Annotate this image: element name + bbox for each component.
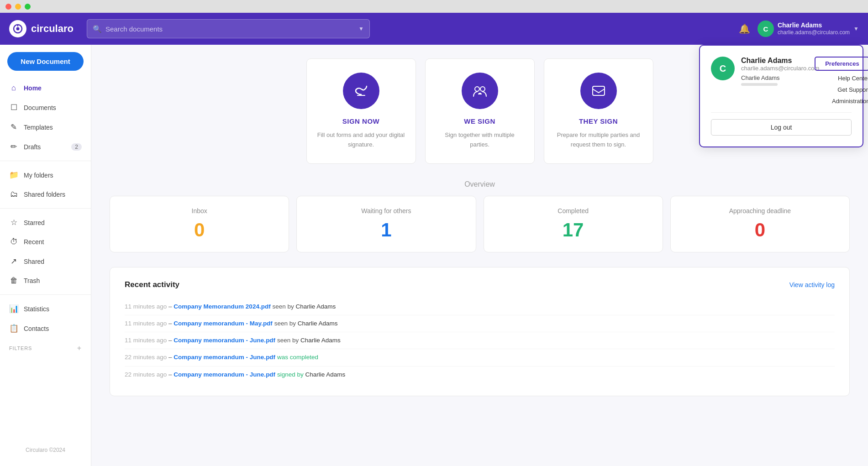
activity-item: 22 minutes ago – Company memorandum - Ju… [125,367,835,383]
svg-point-4 [475,87,479,91]
preferences-button[interactable]: Preferences [815,57,868,71]
filters-label: FILTERS [9,346,32,351]
action-card-sign-now[interactable]: SIGN NOW Fill out forms and add your dig… [306,58,416,164]
sidebar-footer: Circularo ©2024 [0,441,91,459]
sidebar-item-label: Templates [24,124,53,131]
activity-filename[interactable]: Company memorandum - June.pdf [174,371,275,378]
help-center-link[interactable]: Help Center [838,73,868,83]
overview-card-completed[interactable]: Completed 17 [484,196,663,252]
sidebar-item-documents[interactable]: ☐ Documents [0,98,91,117]
search-bar[interactable]: 🔍 ▼ [87,19,370,38]
activity-time: 11 minutes ago [125,337,167,344]
notification-bell-icon[interactable]: 🔔 [739,23,750,34]
deadline-label: Approaching deadline [680,207,840,215]
dropdown-actions: Preferences Help Center Get Support Admi… [819,57,868,106]
filters-add-icon[interactable]: + [77,344,82,352]
drafts-badge: 2 [71,143,82,151]
user-info: Charlie Adams charlie.adams@circularo.co… [778,21,850,37]
sidebar-item-drafts[interactable]: ✏ Drafts 2 [0,137,91,156]
chevron-down-icon: ▼ [853,26,859,32]
activity-filename[interactable]: Company memorandum - May.pdf [174,320,273,327]
topnav: circularo 🔍 ▼ 🔔 C Charlie Adams charlie.… [0,13,868,45]
dropdown-links: Help Center Get Support Administration [832,73,868,106]
nav-right: 🔔 C Charlie Adams charlie.adams@circular… [739,21,859,37]
filters-section: FILTERS + [0,339,91,354]
trash-icon: 🗑 [9,276,18,285]
deadline-value: 0 [680,219,840,241]
administration-link[interactable]: Administration [832,96,868,106]
activity-time: 11 minutes ago [125,320,167,327]
sidebar-item-label: Starred [24,219,45,226]
we-sign-title: WE SIGN [435,117,525,125]
action-card-they-sign[interactable]: THEY SIGN Prepare for multiple parties a… [544,58,653,164]
new-document-button[interactable]: New Document [7,52,84,71]
sidebar-item-trash[interactable]: 🗑 Trash [0,272,91,290]
sidebar: New Document ⌂ Home ☐ Documents ✎ Templa… [0,45,91,466]
activity-time: 11 minutes ago [125,303,167,310]
minimize-button[interactable] [15,4,21,10]
sidebar-item-label: Contacts [24,325,49,332]
dropdown-user-info: Charlie Adams charlie.adams@circularo.co… [741,57,819,86]
folders-icon: 📁 [9,170,18,180]
sidebar-item-label: Documents [24,104,56,111]
logout-button[interactable]: Log out [711,119,852,136]
contacts-icon: 📋 [9,324,18,333]
overview-card-inbox[interactable]: Inbox 0 [110,196,289,252]
titlebar [0,0,868,13]
user-avatar: C [758,21,774,37]
activity-filename[interactable]: Company Memorandum 2024.pdf [174,303,270,310]
overview-title: Overview [110,180,850,188]
maximize-button[interactable] [25,4,31,10]
sidebar-item-shared[interactable]: ↗ Shared [0,252,91,271]
starred-icon: ☆ [9,218,18,227]
drafts-icon: ✏ [9,142,18,152]
sidebar-item-label: Shared folders [24,191,65,198]
activity-list: 11 minutes ago – Company Memorandum 2024… [125,298,835,383]
get-support-link[interactable]: Get Support [837,85,868,94]
sidebar-item-label: Home [24,84,42,92]
view-activity-log-link[interactable]: View activity log [789,281,835,288]
overview-card-deadline[interactable]: Approaching deadline 0 [670,196,850,252]
svg-point-1 [16,27,20,31]
user-menu-trigger[interactable]: C Charlie Adams charlie.adams@circularo.… [758,21,859,37]
they-sign-desc: Prepare for multiple parties and request… [553,131,644,150]
completed-label: Completed [493,207,653,215]
action-card-we-sign[interactable]: WE SIGN Sign together with multiple part… [425,58,535,164]
logo-icon [9,20,26,37]
sidebar-item-templates[interactable]: ✎ Templates [0,118,91,136]
sidebar-item-starred[interactable]: ☆ Starred [0,213,91,232]
sidebar-item-contacts[interactable]: 📋 Contacts [0,319,91,338]
completed-value: 17 [493,219,653,241]
search-input[interactable] [105,25,355,33]
sidebar-item-label: Drafts [24,143,41,151]
activity-item: 11 minutes ago – Company memorandum - Ju… [125,332,835,349]
svg-point-5 [480,87,485,91]
svg-rect-6 [593,86,605,95]
waiting-label: Waiting for others [306,207,466,215]
sidebar-item-statistics[interactable]: 📊 Statistics [0,299,91,318]
activity-filename[interactable]: Company memorandum - June.pdf [174,337,275,344]
sidebar-item-home[interactable]: ⌂ Home [0,79,91,97]
we-sign-icon [462,73,498,109]
waiting-value: 1 [306,219,466,241]
sidebar-item-my-folders[interactable]: 📁 My folders [0,166,91,184]
they-sign-icon [580,73,617,109]
logo[interactable]: circularo [9,20,78,37]
shared-folders-icon: 🗂 [9,190,18,199]
activity-item: 22 minutes ago – Company memorandum - Ju… [125,349,835,366]
activity-time: 22 minutes ago [125,371,167,378]
shared-icon: ↗ [9,257,18,266]
home-icon: ⌂ [9,84,18,93]
dropdown-user-name: Charlie Adams [741,57,819,65]
sidebar-item-shared-folders[interactable]: 🗂 Shared folders [0,185,91,204]
activity-filename[interactable]: Company memorandum - June.pdf [174,354,275,361]
dropdown-divider [711,112,852,113]
recent-activity: Recent activity View activity log 11 min… [110,267,850,396]
statistics-icon: 📊 [9,304,18,314]
sidebar-item-recent[interactable]: ⏱ Recent [0,233,91,251]
close-button[interactable] [5,4,11,10]
sign-now-desc: Fill out forms and add your digital sign… [316,131,406,150]
overview-card-waiting[interactable]: Waiting for others 1 [296,196,476,252]
activity-time: 22 minutes ago [125,354,167,361]
dropdown-user-org: Charlie Adams [741,74,819,81]
